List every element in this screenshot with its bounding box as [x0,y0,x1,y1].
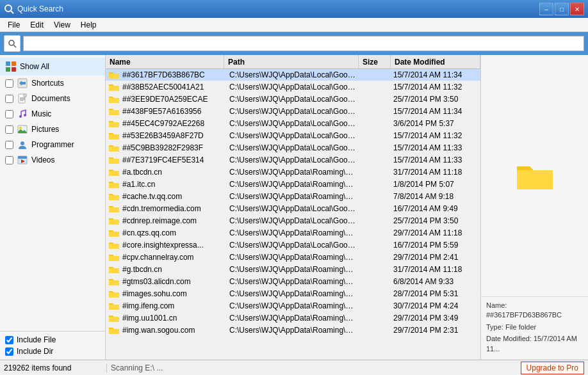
file-date: 31/7/2014 AM 11:18 [391,168,480,177]
table-row[interactable]: ##45EC4C9792AE2268C:\Users\WJQ\AppData\L… [106,118,480,130]
pictures-icon [17,124,28,135]
minimize-button[interactable]: – [539,3,553,15]
shortcuts-icon [17,77,28,89]
file-date: 3/6/2014 PM 5:37 [391,119,480,128]
programmer-label: Programmer [31,140,74,149]
table-row[interactable]: ##38B52AEC50041A21C:\Users\WJQ\AppData\L… [106,81,480,93]
sidebar-item-shortcuts[interactable]: Shortcuts [0,76,105,91]
table-row[interactable]: #img.ifeng.comC:\Users\WJQ\AppData\Roami… [106,300,480,312]
file-name: ##5C9BB39282F2983F [122,143,227,152]
pictures-checkbox[interactable] [5,125,13,134]
sidebar-item-videos[interactable]: Videos [0,152,105,168]
include-dir-checkbox[interactable] [5,347,13,356]
table-row[interactable]: ##5C9BB39282F2983FC:\Users\WJQ\AppData\L… [106,142,480,154]
close-button[interactable]: ✕ [570,3,584,15]
menu-item-file[interactable]: File [3,19,25,31]
search-input[interactable] [23,36,584,51]
main-layout: Show All Shortcuts [0,55,588,360]
videos-checkbox[interactable] [5,156,13,164]
table-row[interactable]: ##7E3719FC4EF5E314C:\Users\WJQ\AppData\L… [106,154,480,166]
table-row[interactable]: #img.uu1001.cnC:\Users\WJQ\AppData\Roami… [106,312,480,324]
file-path: C:\Users\WJQ\AppData\Local\Googl... [227,95,359,104]
file-name: ##45EC4C9792AE2268 [122,119,227,128]
svg-point-14 [19,115,22,118]
include-dir-item[interactable]: Include Dir [5,346,100,357]
table-row[interactable]: #a.tbcdn.cnC:\Users\WJQ\AppData\Roaming\… [106,166,480,179]
file-name: #img.ifeng.com [122,301,227,310]
include-file-checkbox[interactable] [5,336,13,344]
sidebar-item-show-all[interactable]: Show All [0,58,105,76]
documents-checkbox[interactable] [5,95,13,103]
folder-icon [108,81,120,93]
sidebar-item-pictures[interactable]: Pictures [0,122,105,137]
videos-icon [17,154,28,166]
svg-point-18 [20,141,24,145]
shortcuts-checkbox[interactable] [5,79,13,88]
svg-rect-6 [6,67,10,72]
table-row[interactable]: #cache.tv.qq.comC:\Users\WJQ\AppData\Roa… [106,191,480,203]
table-row[interactable]: #gtms03.alicdn.comC:\Users\WJQ\AppData\R… [106,276,480,288]
folder-icon [108,154,120,166]
file-date: 29/7/2014 PM 3:49 [391,314,480,323]
include-dir-label: Include Dir [17,347,53,356]
file-name: #img.wan.sogou.com [122,326,227,335]
search-button[interactable] [4,35,20,52]
table-row[interactable]: #core.insightexpressa...C:\Users\WJQ\App… [106,239,480,251]
file-path: C:\Users\WJQ\AppData\Local\Googl... [227,131,359,140]
file-name: #g.tbcdn.cn [122,265,227,274]
file-list-header: Name Path Size Date Modified [106,55,480,69]
col-header-date[interactable]: Date Modified [391,55,480,68]
folder-icon [108,300,120,312]
table-row[interactable]: #g.tbcdn.cnC:\Users\WJQ\AppData\Roaming\… [106,264,480,276]
table-row[interactable]: #cdnrep.reimage.comC:\Users\WJQ\AppData\… [106,215,480,227]
file-date: 31/7/2014 AM 11:18 [391,265,480,274]
search-bar [0,32,588,55]
sidebar-item-music[interactable]: Music [0,106,105,122]
menu-item-view[interactable]: View [49,19,76,31]
window-title: Quick Search [17,4,539,13]
menu-item-edit[interactable]: Edit [25,19,49,31]
table-row[interactable]: #cn.qzs.qq.comC:\Users\WJQ\AppData\Roami… [106,227,480,239]
file-name: #a1.itc.cn [122,180,227,189]
sidebar-item-documents[interactable]: Documents [0,91,105,106]
file-date: 15/7/2014 AM 11:33 [391,156,480,164]
svg-point-17 [19,127,22,129]
file-name: #img.uu1001.cn [122,314,227,323]
status-count: 219262 items found [4,363,106,372]
table-row[interactable]: ##438F9E57A6163956C:\Users\WJQ\AppData\L… [106,106,480,118]
file-date: 15/7/2014 AM 11:32 [391,83,480,92]
folder-icon [108,288,120,299]
col-header-path[interactable]: Path [224,55,359,68]
file-date: 29/7/2014 AM 11:18 [391,228,480,237]
file-date: 29/7/2014 PM 2:31 [391,326,480,335]
programmer-checkbox[interactable] [5,141,13,149]
svg-rect-4 [6,61,10,66]
col-header-name[interactable]: Name [106,55,224,68]
file-date: 15/7/2014 AM 11:34 [391,107,480,116]
table-row[interactable]: #a1.itc.cnC:\Users\WJQ\AppData\Roaming\M… [106,179,480,191]
table-row[interactable]: ##3617BF7D63B867BCC:\Users\WJQ\AppData\L… [106,69,480,81]
table-row[interactable]: ##53E26B3459A8F27DC:\Users\WJQ\AppData\L… [106,130,480,142]
col-header-size[interactable]: Size [359,55,391,68]
sidebar-item-programmer[interactable]: Programmer [0,137,105,152]
upgrade-link[interactable]: Upgrade to Pro [521,362,584,374]
include-file-item[interactable]: Include File [5,334,100,346]
table-row[interactable]: ##3EE9DE70A259ECAEC:\Users\WJQ\AppData\L… [106,93,480,106]
title-bar: Quick Search – □ ✕ [0,0,588,18]
file-list-body[interactable]: ##3617BF7D63B867BCC:\Users\WJQ\AppData\L… [106,69,480,360]
file-path: C:\Users\WJQ\AppData\Roaming\Ma... [227,301,359,310]
music-label: Music [31,109,51,118]
file-name: ##7E3719FC4EF5E314 [122,156,227,164]
table-row[interactable]: #images.sohu.comC:\Users\WJQ\AppData\Roa… [106,288,480,300]
file-name: ##3617BF7D63B867BC [122,70,227,79]
menu-item-help[interactable]: Help [76,19,102,31]
table-row[interactable]: #img.wan.sogou.comC:\Users\WJQ\AppData\R… [106,324,480,337]
maximize-button[interactable]: □ [555,3,569,15]
table-row[interactable]: #cdn.tremormedia.comC:\Users\WJQ\AppData… [106,203,480,215]
music-checkbox[interactable] [5,110,13,118]
preview-panel: Name: ##3617BF7D63B867BC Type: File fold… [480,55,588,360]
file-date: 6/8/2014 AM 9:33 [391,277,480,286]
file-path: C:\Users\WJQ\AppData\Local\Googl... [227,83,359,92]
file-path: C:\Users\WJQ\AppData\Roaming\Ma... [227,265,359,274]
table-row[interactable]: #cpv.channelray.comC:\Users\WJQ\AppData\… [106,251,480,264]
